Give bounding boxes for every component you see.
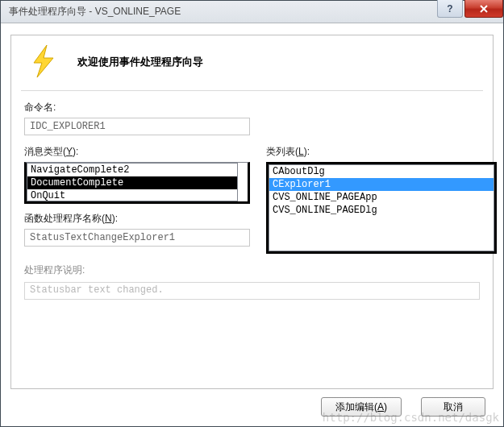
class-list[interactable]: CAboutDlg CExplorer1 CVS_ONLINE_PAGEApp … [269, 164, 494, 251]
wizard-header: 欢迎使用事件处理程序向导 [24, 39, 480, 90]
help-button[interactable]: ? [437, 0, 463, 18]
handler-desc-label: 处理程序说明: [24, 263, 480, 277]
close-button[interactable] [464, 0, 503, 18]
close-icon [479, 4, 489, 14]
handler-desc-box: Statusbar text changed. [24, 282, 480, 300]
message-type-label: 消息类型(Y): [24, 145, 250, 159]
message-type-list[interactable]: NavigateComplete2 DocumentComplete OnQui… [27, 163, 238, 201]
add-edit-button[interactable]: 添加编辑(A) [321, 397, 402, 417]
dialog-window: 事件处理程序向导 - VS_ONLINE_PAGE ? 欢迎使用事件处理程序向导… [0, 0, 504, 427]
list-item[interactable]: OnQuit [27, 189, 237, 201]
list-item[interactable]: CAboutDlg [269, 165, 494, 178]
divider [21, 90, 483, 91]
command-name-input[interactable] [24, 118, 250, 135]
svg-marker-0 [34, 45, 53, 77]
list-item[interactable]: DocumentComplete [27, 176, 237, 189]
class-list-frame: CAboutDlg CExplorer1 CVS_ONLINE_PAGEApp … [266, 162, 497, 254]
wizard-panel: 欢迎使用事件处理程序向导 命令名: 消息类型(Y): NavigateCompl… [10, 35, 494, 389]
message-type-list-frame: NavigateComplete2 DocumentComplete OnQui… [24, 162, 250, 204]
command-name-label: 命令名: [24, 101, 480, 114]
list-item[interactable]: NavigateComplete2 [27, 164, 237, 176]
lightning-icon [26, 44, 61, 79]
list-item[interactable]: CVS_ONLINE_PAGEApp [269, 191, 494, 204]
list-item[interactable]: CVS_ONLINE_PAGEDlg [269, 204, 494, 217]
handler-name-input[interactable] [24, 229, 250, 247]
class-list-label: 类列表(L): [266, 145, 497, 159]
handler-name-label: 函数处理程序名称(N): [24, 212, 250, 226]
list-item[interactable]: CExplorer1 [269, 178, 494, 191]
client-area: 欢迎使用事件处理程序向导 命令名: 消息类型(Y): NavigateCompl… [1, 23, 503, 426]
titlebar[interactable]: 事件处理程序向导 - VS_ONLINE_PAGE ? [1, 1, 503, 23]
window-title: 事件处理程序向导 - VS_ONLINE_PAGE [9, 5, 437, 19]
cancel-button[interactable]: 取消 [421, 397, 485, 417]
wizard-icon [24, 42, 63, 81]
button-row: 添加编辑(A) 取消 [10, 389, 494, 417]
window-buttons: ? [437, 1, 503, 23]
wizard-title: 欢迎使用事件处理程序向导 [77, 53, 203, 69]
